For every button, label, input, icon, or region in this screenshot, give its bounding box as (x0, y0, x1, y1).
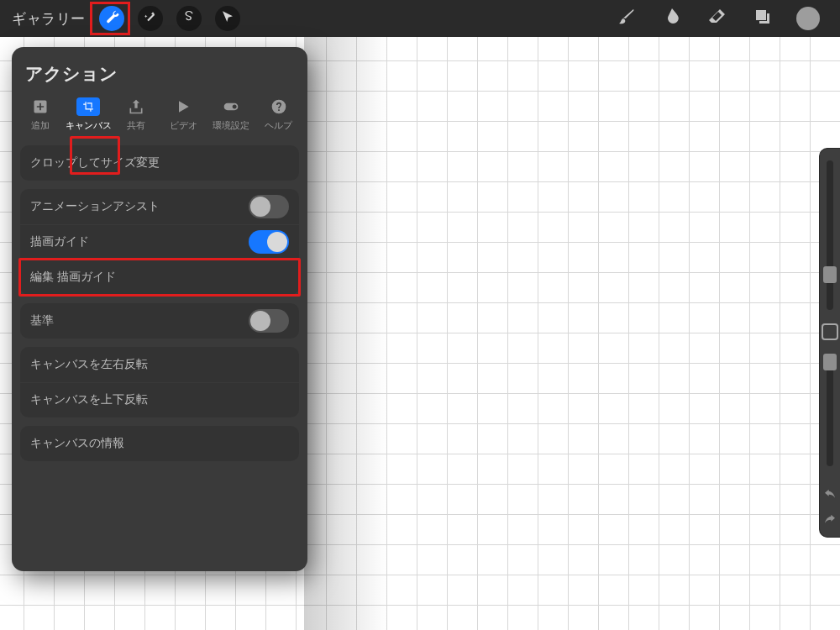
tab-canvas[interactable]: キャンバス (65, 96, 113, 134)
layers-button[interactable] (751, 7, 774, 30)
brush-size-slider[interactable] (827, 160, 833, 310)
toggle-animation-assist[interactable] (249, 195, 289, 218)
selection-button[interactable] (176, 6, 202, 31)
brush-size-thumb[interactable] (823, 266, 837, 283)
group-reference: 基準 (20, 303, 299, 339)
item-reference-label: 基準 (30, 313, 54, 328)
right-sidebar (819, 148, 840, 538)
gallery-button[interactable]: ギャラリー (0, 9, 97, 29)
redo-button[interactable] (823, 513, 837, 528)
item-flip-vertical[interactable]: キャンバスを上下反転 (20, 382, 299, 417)
group-flip: キャンバスを左右反転 キャンバスを上下反転 (20, 347, 299, 417)
panel-list: クロップしてサイズ変更 アニメーションアシスト 描画ガイド 編集 描画ガイド 基… (12, 142, 307, 461)
group-crop: クロップしてサイズ変更 (20, 145, 299, 181)
item-drawing-guide-label: 描画ガイド (30, 234, 89, 249)
item-flip-h-label: キャンバスを左右反転 (30, 357, 148, 372)
modify-button[interactable] (822, 323, 838, 340)
wrench-icon (104, 9, 119, 28)
tab-video-label: ビデオ (170, 120, 197, 132)
group-guides: アニメーションアシスト 描画ガイド 編集 描画ガイド (20, 189, 299, 295)
panel-tabs: 追加 キャンバス 共有 ビデオ 環境設定 (12, 91, 307, 142)
smudge-button[interactable] (660, 7, 684, 30)
panel-title: アクション (12, 47, 307, 91)
item-flip-v-label: キャンバスを上下反転 (30, 392, 148, 407)
tab-canvas-label: キャンバス (66, 120, 112, 132)
item-crop-resize-label: クロップしてサイズ変更 (30, 155, 160, 171)
tab-prefs-label: 環境設定 (213, 120, 249, 132)
item-canvas-info-label: キャンバスの情報 (30, 436, 124, 451)
opacity-slider[interactable] (827, 354, 833, 466)
color-button[interactable] (796, 7, 820, 30)
item-flip-horizontal[interactable]: キャンバスを左右反転 (20, 347, 299, 382)
top-toolbar: ギャラリー (0, 0, 840, 37)
crop-icon (76, 97, 100, 116)
help-icon (270, 97, 288, 116)
opacity-thumb[interactable] (823, 354, 837, 370)
tab-help-label: ヘルプ (265, 120, 292, 132)
item-edit-drawing-guide-label: 編集 描画ガイド (30, 270, 116, 285)
share-up-icon (127, 97, 145, 116)
undo-redo-group (823, 488, 837, 528)
plus-square-icon (31, 97, 50, 116)
item-animation-assist-label: アニメーションアシスト (30, 199, 160, 214)
actions-button[interactable] (99, 6, 124, 31)
actions-panel: アクション 追加 キャンバス 共有 ビデオ (12, 47, 307, 571)
item-reference[interactable]: 基準 (20, 303, 299, 339)
tab-prefs[interactable]: 環境設定 (207, 96, 255, 134)
tab-video[interactable]: ビデオ (160, 96, 207, 134)
item-drawing-guide[interactable]: 描画ガイド (20, 224, 299, 260)
toolbar-left-group (99, 6, 240, 31)
item-animation-assist[interactable]: アニメーションアシスト (20, 189, 299, 224)
eraser-button[interactable] (706, 7, 729, 30)
selection-s-icon (181, 9, 197, 28)
adjustments-button[interactable] (138, 6, 163, 31)
tab-share[interactable]: 共有 (112, 96, 160, 134)
layers-icon (753, 7, 773, 30)
toggle-icon (222, 97, 240, 116)
play-icon (174, 97, 192, 116)
item-crop-resize[interactable]: クロップしてサイズ変更 (20, 145, 299, 181)
wand-icon (143, 9, 158, 28)
item-edit-drawing-guide[interactable]: 編集 描画ガイド (20, 260, 299, 295)
toggle-drawing-guide[interactable] (249, 230, 289, 254)
smudge-icon (662, 7, 682, 30)
toolbar-right-group (615, 7, 840, 30)
item-canvas-info[interactable]: キャンバスの情報 (20, 426, 299, 461)
tab-help[interactable]: ヘルプ (255, 96, 302, 134)
group-info: キャンバスの情報 (20, 426, 299, 461)
undo-button[interactable] (823, 488, 837, 503)
arrow-cursor-icon (220, 9, 235, 28)
brush-icon (617, 7, 637, 30)
brush-button[interactable] (615, 7, 638, 30)
transform-button[interactable] (215, 6, 240, 31)
eraser-icon (707, 7, 727, 30)
tab-add[interactable]: 追加 (17, 96, 65, 134)
toggle-reference[interactable] (249, 309, 289, 333)
tab-add-label: 追加 (31, 120, 50, 132)
tab-share-label: 共有 (127, 120, 145, 132)
